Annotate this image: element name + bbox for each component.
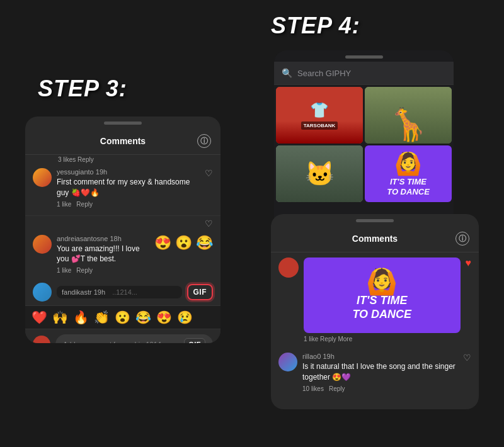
phone4-comments-frame: Comments ⓘ 🙆 IT'S TIME TO DANCE 1 like R… <box>271 214 479 409</box>
dance-text-large-line1: IT'S TIME <box>357 294 407 308</box>
fandikastr-text: ..1214... <box>112 288 137 296</box>
search-icon: 🔍 <box>282 68 292 78</box>
giphy-panel: 🔍 Search GIPHY 👕 TARSOBANK 🦒 🐱 <box>274 50 454 230</box>
comment-text-2: You are amazing!!! I love you 💕T the bes… <box>57 244 149 265</box>
emoji-react-1: 😍 <box>154 235 171 251</box>
rillao-heart[interactable]: ♡ <box>463 353 471 363</box>
emoji-react-3: 😂 <box>196 235 213 251</box>
rillao-text: Is it natural that I love the song and t… <box>302 361 458 383</box>
dance-person-small: 🙆 <box>394 151 422 177</box>
emoji-react-2: 😮 <box>175 235 192 251</box>
comment-user-1: yessugianto 19h <box>57 168 200 176</box>
emoji-cry[interactable]: 😢 <box>177 310 193 325</box>
giphy-search-placeholder: Search GIPHY <box>297 69 351 78</box>
typing-indicator: fandikastr 19h ..1214... <box>57 286 182 298</box>
comment-content-1: yessugianto 19h First comment for my sex… <box>57 168 200 208</box>
likes-count-1: 1 like <box>57 201 71 208</box>
giphy-item-cat[interactable]: 🐱 <box>276 145 363 202</box>
emoji-hands[interactable]: 👏 <box>94 310 110 325</box>
emoji-fire[interactable]: 🔥 <box>73 310 89 325</box>
avatar-1 <box>33 168 52 187</box>
top-likes: 3 likes Reply <box>25 155 220 163</box>
comment-item-2: andreiasantosne 18h You are amazing!!! I… <box>25 230 220 280</box>
dance-text-large-line2: TO DANCE <box>352 308 411 322</box>
rillao-avatar <box>278 353 297 371</box>
rillao-reply[interactable]: Reply <box>329 385 345 392</box>
gif-button-input[interactable]: GIF <box>184 338 205 343</box>
comments-title: Comments <box>49 136 197 146</box>
comment-input-placeholder: Add a comment for seobin.1214... <box>63 341 167 343</box>
heart-1[interactable]: ♡ <box>205 168 213 178</box>
phone3-notch <box>104 122 142 125</box>
emoji-heart[interactable]: ❤️ <box>32 310 47 325</box>
fandikastr-user: fandikastr 19h <box>62 288 105 296</box>
likes-count-2: 1 like <box>57 267 71 274</box>
rillao-user: rillao0 19h <box>302 353 458 360</box>
comment-input-bar: Add a comment for seobin.1214... GIF <box>25 329 220 343</box>
rillao-likes: 10 likes <box>302 385 324 392</box>
phone3-frame: Comments ⓘ 3 likes Reply yessugianto 19h… <box>25 116 220 343</box>
gif-likes: 1 like Reply More <box>304 336 352 342</box>
fandikastr-row: fandikastr 19h ..1214... GIF <box>25 279 220 305</box>
phone4-info-icon: ⓘ <box>455 232 469 246</box>
giphy-item-dance[interactable]: 🙆 IT'S TIMETO DANCE <box>365 145 452 202</box>
giphy-item-giraffe[interactable]: 🦒 <box>365 87 452 144</box>
giphy-phone-notch <box>345 55 383 59</box>
rillao-content: rillao0 19h Is it natural that I love th… <box>302 353 458 392</box>
emoji-wow[interactable]: 😮 <box>115 310 130 325</box>
posted-avatar <box>278 257 299 278</box>
heart-float[interactable]: ♡ <box>205 218 213 229</box>
gif-button-highlighted[interactable]: GIF <box>187 284 214 300</box>
divider-1 <box>25 215 220 216</box>
phone4-notch <box>356 219 394 222</box>
phone4-comments-header: Comments ⓘ <box>271 225 479 252</box>
comment-text-1: First comment for my sexy & handsome guy… <box>57 177 200 198</box>
giphy-grid: 👕 TARSOBANK 🦒 🐱 🙆 IT'S TIMETO DANCE <box>274 85 454 204</box>
comment-actions-2: 1 like Reply <box>57 267 149 274</box>
comment-input-field[interactable]: Add a comment for seobin.1214... GIF <box>55 334 213 343</box>
comment-actions-1: 1 like Reply <box>57 201 200 208</box>
emoji-clap[interactable]: 🙌 <box>52 310 68 325</box>
comments-header: Comments ⓘ <box>25 128 220 155</box>
heart-red-icon[interactable]: ♥ <box>466 257 472 269</box>
dance-figure-large: 🙆 <box>366 269 398 294</box>
emoji-bar: ❤️ 🙌 🔥 👏 😮 😂 😍 😢 <box>25 305 220 329</box>
dance-text-small: IT'S TIMETO DANCE <box>387 177 430 196</box>
emoji-laugh[interactable]: 😂 <box>135 310 151 325</box>
step3-label: STEP 3: <box>38 76 127 102</box>
reply-link-1[interactable]: Reply <box>76 201 93 208</box>
giphy-search-bar[interactable]: 🔍 Search GIPHY <box>274 62 454 85</box>
rillao-actions: 10 likes Reply <box>302 385 458 392</box>
comment-item-1: yessugianto 19h First comment for my sex… <box>25 163 220 213</box>
comment-user-2: andreiasantosne 18h <box>57 235 149 242</box>
rillao-comment: rillao0 19h Is it natural that I love th… <box>271 348 479 397</box>
phone4-comments-title: Comments <box>294 234 455 244</box>
gif-comment-actions: 1 like Reply More <box>304 336 461 342</box>
avatar-3 <box>33 283 52 302</box>
avatar-2 <box>33 235 52 254</box>
info-icon: ⓘ <box>197 134 211 148</box>
giphy-item-jersey[interactable]: 👕 TARSOBANK <box>276 87 363 144</box>
step4-label: STEP 4: <box>271 13 360 39</box>
comment-input-avatar <box>33 336 50 343</box>
dance-gif-posted: 🙆 IT'S TIME TO DANCE <box>304 257 461 333</box>
reply-link-2[interactable]: Reply <box>76 267 93 274</box>
comment-content-2: andreiasantosne 18h You are amazing!!! I… <box>57 235 149 274</box>
emoji-love[interactable]: 😍 <box>156 310 172 325</box>
